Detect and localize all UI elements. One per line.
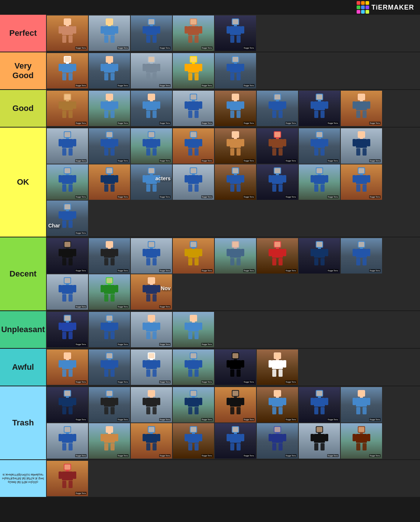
tier-item[interactable]: Ragge Terra: [341, 164, 382, 200]
tier-item[interactable]: Ragge Terra: [173, 128, 214, 164]
tier-item[interactable]: Ragge Terra: [89, 128, 130, 164]
tier-item[interactable]: Ragge Terra: [173, 15, 214, 51]
tier-item[interactable]: Ragge Terra: [257, 91, 298, 126]
tier-item[interactable]: Ragge Terra: [89, 349, 130, 385]
svg-rect-153: [106, 132, 112, 137]
tier-item[interactable]: Ragge Terra: [299, 128, 340, 164]
svg-rect-311: [195, 258, 199, 265]
tier-item[interactable]: NovRagge Terra: [131, 274, 172, 310]
tier-item[interactable]: Ragge Terra: [47, 91, 88, 126]
tier-item[interactable]: actersRagge Terra: [131, 164, 172, 200]
tier-item[interactable]: Ragge Terra: [257, 238, 298, 274]
tier-item[interactable]: Ragge Terra: [341, 423, 382, 459]
tier-item[interactable]: Ragge Terra: [215, 387, 256, 422]
tier-item[interactable]: Ragge Terra: [131, 312, 172, 347]
tier-items-awful: Ragge Terra Ragge Terra Ragge Terra: [46, 349, 420, 386]
svg-rect-399: [195, 332, 199, 339]
svg-rect-434: [234, 359, 237, 360]
tier-items-trash: Ragge Terra Ragge Terra Ragge Terra: [46, 386, 420, 459]
tier-item[interactable]: Ragge Terra: [173, 53, 214, 88]
tier-item[interactable]: Ragge Terra: [47, 53, 88, 88]
tier-item[interactable]: Ragge Terra: [173, 387, 214, 422]
tier-item[interactable]: Ragge Terra: [299, 387, 340, 422]
tier-item[interactable]: Ragge Terra: [257, 387, 298, 422]
svg-rect-20: [143, 26, 146, 34]
svg-rect-326: [272, 258, 276, 265]
svg-rect-372: [59, 323, 62, 330]
svg-rect-142: [356, 111, 360, 118]
tier-item[interactable]: Ragge Terra: [215, 91, 256, 126]
tier-item[interactable]: Ragge Terra: [257, 128, 298, 164]
tier-item[interactable]: Ragge Terra: [89, 15, 130, 51]
tier-item[interactable]: Ragge Terra: [215, 349, 256, 385]
tier-item[interactable]: Ragge Terra: [89, 387, 130, 422]
tier-item[interactable]: Ragge Terra: [173, 91, 214, 126]
tier-item[interactable]: Ragge Terra: [257, 423, 298, 459]
tier-item[interactable]: Ragge Terra: [215, 423, 256, 459]
tier-item[interactable]: Ragge Terra: [341, 238, 382, 274]
tier-item[interactable]: Ragge Terra: [89, 238, 130, 274]
tier-item[interactable]: Ragge Terra: [257, 349, 298, 385]
tier-item[interactable]: Ragge Terra: [89, 312, 130, 347]
tier-item[interactable]: Ragge Terra: [131, 238, 172, 274]
tier-item[interactable]: Ragge Terra: [47, 423, 88, 459]
svg-rect-213: [73, 175, 76, 182]
tier-item[interactable]: Ragge Terra: [89, 423, 130, 459]
tier-item[interactable]: Ragge Terra: [299, 91, 340, 126]
tier-item[interactable]: Ragge Terra: [47, 312, 88, 347]
tier-item[interactable]: Ragge Terra: [299, 164, 340, 200]
tier-item[interactable]: Ragge Terra: [47, 349, 88, 385]
tier-item[interactable]: Ragge Terra: [215, 15, 256, 51]
tier-item[interactable]: Ragge Terra: [257, 164, 298, 200]
tier-item[interactable]: Ragge Terra: [131, 15, 172, 51]
tier-item[interactable]: Ragge Terra: [131, 423, 172, 459]
tier-item[interactable]: Ragge Terra: [215, 128, 256, 164]
svg-rect-366: [146, 294, 150, 302]
tier-item[interactable]: Ragge Terra: [89, 91, 130, 126]
svg-rect-43: [62, 64, 73, 73]
svg-rect-489: [274, 391, 280, 396]
svg-rect-466: [150, 396, 153, 398]
tier-item[interactable]: Ragge Terra: [215, 53, 256, 88]
tier-item[interactable]: Ragge Terra: [47, 238, 88, 274]
svg-rect-332: [311, 249, 314, 256]
tier-item[interactable]: Ragge Terra: [131, 53, 172, 88]
tier-item[interactable]: Ragge Terra: [47, 274, 88, 310]
tier-item[interactable]: Ragge Terra: [131, 91, 172, 126]
tier-item[interactable]: Ragge Terra: [215, 164, 256, 200]
svg-rect-175: [195, 148, 199, 156]
svg-rect-178: [234, 138, 237, 139]
tier-item[interactable]: Ragge Terra: [89, 274, 130, 310]
svg-rect-182: [230, 148, 234, 156]
tier-item[interactable]: Ragge Terra: [173, 164, 214, 200]
tier-item[interactable]: CharRagge Terra: [47, 201, 88, 236]
svg-rect-45: [73, 64, 76, 71]
tier-item[interactable]: Ragge Terra: [341, 387, 382, 422]
tier-item[interactable]: Ragge Terra: [47, 164, 88, 200]
tier-item[interactable]: Ragge Terra: [173, 312, 214, 347]
tier-item[interactable]: Ragge Terra: [173, 349, 214, 385]
svg-rect-18: [150, 25, 153, 26]
tier-item[interactable]: Ragge Terra: [131, 387, 172, 422]
tier-item[interactable]: Ragge Terra: [341, 128, 382, 164]
tier-item[interactable]: Ragge Terra: [299, 423, 340, 459]
tier-item[interactable]: Ragge Terra: [47, 461, 88, 496]
svg-rect-522: [108, 432, 111, 434]
tier-item[interactable]: Ragge Terra: [47, 15, 88, 51]
tier-item[interactable]: Ragge Terra: [89, 53, 130, 88]
tier-item[interactable]: Ragge Terra: [341, 91, 382, 126]
svg-rect-475: [188, 398, 199, 407]
tier-item[interactable]: Ragge Terra: [173, 423, 214, 459]
svg-rect-140: [353, 101, 356, 109]
tier-item[interactable]: Ragge Terra: [215, 238, 256, 274]
tier-item[interactable]: Ragge Terra: [47, 128, 88, 164]
svg-rect-404: [59, 360, 62, 368]
svg-rect-89: [106, 94, 112, 100]
svg-rect-42: [66, 62, 69, 64]
tier-item[interactable]: Ragge Terra: [89, 164, 130, 200]
tier-item[interactable]: Ragge Terra: [173, 238, 214, 274]
tier-item[interactable]: Ragge Terra: [131, 128, 172, 164]
tier-item[interactable]: Ragge Terra: [131, 349, 172, 385]
tier-item[interactable]: Ragge Terra: [47, 387, 88, 422]
tier-item[interactable]: Ragge Terra: [299, 238, 340, 274]
